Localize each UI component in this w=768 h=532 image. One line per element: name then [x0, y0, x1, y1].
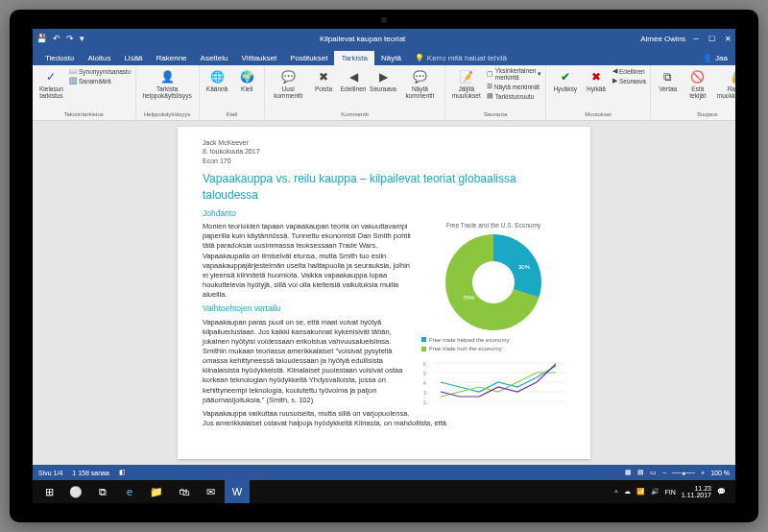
search-button[interactable]: ⚪: [63, 480, 88, 503]
next-comment-button[interactable]: ▶Seuraava: [370, 67, 396, 94]
minimize-icon[interactable]: ─: [693, 35, 699, 43]
tab-file[interactable]: Tiedosto: [38, 51, 81, 65]
start-button[interactable]: ⊞: [36, 480, 61, 503]
save-icon[interactable]: 💾: [36, 34, 47, 43]
windows-taskbar: ⊞ ⚪ ⧉ e 📁 🛍 ✉ W ^ ☁ 📶 🔊 FIN 11.23 1.11.2…: [33, 480, 735, 503]
page: Jack McKeever 8. toukokuuta 2017 Econ 17…: [178, 127, 590, 459]
user-name[interactable]: Aimee Owins: [640, 35, 685, 43]
prev-icon: ◀: [346, 69, 361, 85]
chart-container: Free Trade and the U.S. Economy 30% 70% …: [421, 222, 565, 406]
tray-clock[interactable]: 11.23 1.11.2017: [682, 485, 711, 498]
dropdown-icon: ▢: [487, 70, 493, 78]
notifications-icon[interactable]: 💬: [717, 488, 726, 496]
tab-mailings[interactable]: Postitukset: [283, 51, 334, 65]
svg-text:4: 4: [423, 380, 426, 386]
translate-button[interactable]: 🌐Käännä: [204, 67, 230, 94]
page-indicator[interactable]: Sivu 1/4: [38, 470, 62, 476]
accessibility-icon: 👤: [159, 69, 175, 85]
markup-dropdown[interactable]: ▢Yksinkertainen merkintä▾: [487, 67, 542, 81]
prev-comment-button[interactable]: ◀Edellinen: [340, 67, 367, 94]
doc-heading-1: Vapaakauppa vs. reilu kauppa – kilpailev…: [203, 171, 565, 202]
tab-home[interactable]: Aloitus: [81, 51, 117, 65]
tray-network-icon[interactable]: 📶: [636, 488, 645, 496]
tray-onedrive-icon[interactable]: ☁: [624, 488, 631, 496]
group-language-label: Kieli: [204, 111, 260, 118]
taskview-button[interactable]: ⧉: [90, 480, 115, 503]
zoom-level[interactable]: 100 %: [710, 470, 730, 476]
tray-language[interactable]: FIN: [665, 489, 676, 496]
zoom-slider[interactable]: ──●──: [672, 470, 695, 476]
paragraph-3: Vapaakauppa vaikuttaa ruusuiselta, mutta…: [203, 409, 565, 428]
comment-icon: 💬: [280, 69, 296, 85]
accept-icon: ✔: [558, 69, 573, 85]
list-icon: ☰: [487, 83, 492, 90]
document-title: Kilpailevat kaupan teoriat: [84, 35, 640, 43]
window-titlebar: 💾 ↶ ↷ ▾ Kilpailevat kaupan teoriat Aimee…: [33, 29, 735, 48]
accept-button[interactable]: ✔Hyväksy: [550, 67, 580, 94]
redo-icon[interactable]: ↷: [66, 34, 74, 43]
group-changes-label: Muutokset: [550, 111, 645, 118]
tab-insert[interactable]: Lisää: [117, 51, 149, 65]
globe-icon: 🌍: [239, 69, 254, 85]
tray-volume-icon[interactable]: 🔊: [651, 488, 660, 496]
view-web-icon[interactable]: ▭: [650, 469, 657, 476]
prev-change-button[interactable]: ◀Edellinen: [612, 67, 646, 75]
wordcount-button[interactable]: 🔢Sanamäärä: [69, 77, 132, 85]
ribbon: ✓Kielasun tarkistus 📖Synonyymisanasto 🔢S…: [33, 65, 735, 121]
zoom-in-icon[interactable]: +: [701, 470, 705, 476]
maximize-icon[interactable]: ☐: [708, 35, 715, 43]
tray-up-icon[interactable]: ^: [614, 489, 617, 496]
reviewing-pane-button[interactable]: ▤Tarkistusruutu: [487, 92, 542, 100]
word-count[interactable]: 1 158 sanaa: [72, 470, 109, 476]
reject-button[interactable]: ✖Hylkää: [583, 67, 610, 94]
donut-value-2: 70%: [463, 294, 474, 302]
thesaurus-button[interactable]: 📖Synonyymisanasto: [69, 67, 132, 75]
word-icon[interactable]: W: [225, 480, 250, 503]
tab-view[interactable]: Näytä: [374, 51, 408, 65]
show-comments-button[interactable]: 💬Näytä kommentit: [399, 67, 441, 101]
doc-heading-2a: Johdanto: [203, 208, 565, 219]
view-print-icon[interactable]: ▤: [637, 469, 644, 476]
track-changes-button[interactable]: 📝Jäljitä muutokset: [449, 67, 484, 101]
group-protect-label: Suojaus: [655, 111, 735, 118]
next-change-button[interactable]: ▶Seuraava: [612, 77, 646, 85]
zoom-out-icon[interactable]: −: [662, 470, 666, 476]
show-markup-button[interactable]: ☰Näytä merkinnät: [487, 83, 542, 90]
store-icon[interactable]: 🛍: [171, 480, 196, 503]
svg-text:5: 5: [423, 371, 426, 376]
compare-button[interactable]: ⧉Vertaa: [655, 67, 682, 94]
share-button[interactable]: 👤Jaa: [695, 51, 735, 65]
delete-comment-button[interactable]: ✖Poista: [310, 67, 337, 94]
donut-value-1: 30%: [518, 263, 530, 271]
document-area[interactable]: Jack McKeever 8. toukokuuta 2017 Econ 17…: [33, 121, 735, 465]
undo-icon[interactable]: ↶: [53, 34, 60, 43]
language-button[interactable]: 🌍Kieli: [233, 67, 260, 94]
pane-icon: ▤: [487, 92, 493, 100]
group-accessibility-label: Helppokäyttöisyys: [140, 111, 195, 118]
track-icon: 📝: [459, 69, 474, 85]
edge-icon[interactable]: e: [117, 480, 142, 503]
accessibility-button[interactable]: 👤Tarkista helppokäyttöisyys: [140, 67, 195, 101]
tab-references[interactable]: Viittaukset: [234, 51, 283, 65]
tab-design[interactable]: Rakenne: [150, 51, 194, 65]
ribbon-tabs: Tiedosto Aloitus Lisää Rakenne Asettelu …: [33, 48, 735, 65]
spelling-button[interactable]: ✓Kielasun tarkistus: [36, 67, 66, 101]
new-comment-button[interactable]: 💬Uusi kommentti: [269, 67, 307, 101]
status-bar: Sivu 1/4 1 158 sanaa ◧ ▦ ▤ ▭ − ──●── + 1…: [33, 465, 735, 480]
translate-icon: 🌐: [209, 69, 225, 85]
explorer-icon[interactable]: 📁: [144, 480, 169, 503]
reject-icon: ✖: [588, 69, 604, 85]
language-indicator[interactable]: ◧: [119, 469, 126, 476]
block-authors-button[interactable]: 🚫Estä tekijät: [684, 67, 711, 101]
count-icon: 🔢: [69, 77, 77, 85]
book-icon: 📖: [69, 67, 77, 75]
view-read-icon[interactable]: ▦: [625, 469, 632, 476]
close-icon[interactable]: ✕: [725, 35, 732, 43]
bulb-icon: 💡: [415, 54, 424, 62]
tab-review[interactable]: Tarkista: [334, 51, 374, 65]
group-comments-label: Kommentit: [269, 111, 441, 118]
mail-icon[interactable]: ✉: [198, 480, 223, 503]
tell-me-search[interactable]: 💡Kerro mitä haluat tehdä: [408, 51, 514, 65]
restrict-edit-button[interactable]: 🔒Rajoita muokkaamista: [714, 67, 735, 101]
tab-layout[interactable]: Asettelu: [194, 51, 235, 65]
